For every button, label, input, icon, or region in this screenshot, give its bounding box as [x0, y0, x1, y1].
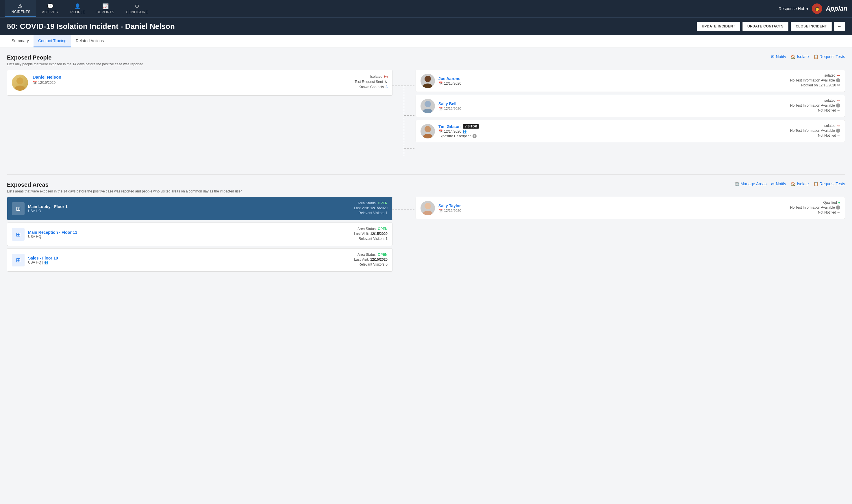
main-reception-info: Main Reception - Floor 11 USA HQ [28, 230, 350, 239]
info-icon-sally-b: i [836, 104, 840, 108]
test-request-stat: Test Request Sent ↻ [336, 80, 387, 84]
sally-bell-date: 📅 12/15/2020 [438, 107, 787, 111]
update-contacts-button[interactable]: UPDATE CONTACTS [742, 22, 788, 31]
bed-icon-sally-b: 🛏 [837, 98, 840, 103]
main-reception-status: Area Status: OPEN [354, 227, 387, 231]
main-reception-name: Main Reception - Floor 11 [28, 230, 350, 235]
sally-taylor-stats: Qualified ● No Test Information Availabl… [790, 201, 840, 215]
svg-point-7 [424, 76, 431, 82]
main-reception-visitors: Relevant Visitors 1 [354, 237, 387, 241]
response-hub-button[interactable]: Response Hub ▾ [779, 6, 809, 11]
svg-point-9 [424, 101, 431, 107]
exposed-areas-section: Exposed Areas Lists areas that were expo… [7, 181, 845, 274]
tim-notified: Not Notified ··· [790, 133, 840, 138]
building-icon: 🏢 [735, 181, 739, 186]
sally-taylor-name[interactable]: Sally Taylor [438, 203, 787, 208]
floor-icon: ⊞ [16, 205, 21, 212]
main-lobby-sub: USA HQ [28, 209, 350, 213]
sally-b-test: No Test Information Available i [790, 104, 840, 108]
floor-icon-sales: ⊞ [16, 257, 21, 264]
tabs-bar: Summary Contact Tracing Related Actions [0, 35, 852, 48]
spinner-icon: ↻ [385, 80, 387, 84]
areas-row: ⊞ Main Lobby - Floor 1 USA HQ Area Statu… [7, 197, 845, 274]
house-icon: 🏠 [791, 54, 796, 59]
notify-people-link[interactable]: ✉ Notify [771, 54, 786, 59]
nav-item-activity[interactable]: 💬 ACTIVITY [36, 0, 65, 17]
sales-floor-sub: USA HQ | 👥 [28, 260, 350, 265]
svg-point-1 [15, 86, 25, 91]
nav-item-configure[interactable]: ⚙ CONFIGURE [120, 0, 154, 17]
svg-point-11 [424, 126, 431, 132]
clipboard-icon: 📋 [814, 54, 818, 59]
calendar-icon: 📅 [33, 80, 37, 85]
sally-b-notified: Not Notified ··· [790, 108, 840, 112]
people-icon: 👤 [74, 3, 81, 10]
joe-aarons-name[interactable]: Joe Aarons [438, 76, 787, 81]
joe-test: No Test Information Available i [790, 78, 840, 83]
calendar-icon-joe: 📅 [438, 82, 443, 86]
sally-t-qualified: Qualified ● [790, 201, 840, 204]
svg-point-12 [423, 134, 432, 139]
sally-taylor-date: 📅 12/15/2020 [438, 209, 787, 213]
main-reception-card[interactable]: ⊞ Main Reception - Floor 11 USA HQ Area … [7, 222, 393, 246]
page-title: 50: COVID-19 Isolation Incident - Daniel… [7, 22, 175, 31]
joe-aarons-date: 📅 12/15/2020 [438, 82, 787, 86]
sally-taylor-avatar [420, 201, 435, 215]
main-reception-last-visit: Last Visit: 12/15/2020 [354, 232, 387, 236]
svg-point-8 [423, 84, 432, 88]
top-navigation: ⚠ INCIDENTS 💬 ACTIVITY 👤 PEOPLE 📈 REPORT… [0, 0, 852, 17]
main-lobby-visitors: Relevant Visitors 1 [354, 211, 387, 215]
appian-logo: Appian [826, 5, 847, 13]
manage-areas-link[interactable]: 🏢 Manage Areas [735, 181, 766, 186]
exposed-areas-subtitle: Lists areas that were exposed in the 14 … [7, 189, 242, 193]
group-icon-tim: 👥 [463, 129, 467, 133]
sally-bell-avatar [420, 99, 435, 113]
main-reception-icon: ⊞ [12, 228, 24, 241]
svg-point-10 [423, 109, 432, 113]
tim-gibson-name[interactable]: Tim Gibson [438, 124, 461, 129]
nav-item-reports[interactable]: 📈 REPORTS [91, 0, 120, 17]
isolate-areas-link[interactable]: 🏠 Isolate [791, 181, 809, 186]
tim-test: No Test Information Available i [790, 129, 840, 133]
tim-gibson-stats: Isolated 🛏 No Test Information Available… [790, 124, 840, 139]
isolate-people-link[interactable]: 🏠 Isolate [791, 54, 809, 59]
tab-contact-tracing[interactable]: Contact Tracing [34, 35, 71, 48]
sally-bell-name[interactable]: Sally Bell [438, 102, 787, 106]
request-tests-people-link[interactable]: 📋 Request Tests [814, 54, 845, 59]
envelope-icon: ✉ [771, 54, 775, 59]
tab-related-actions[interactable]: Related Actions [71, 35, 108, 48]
envelope-icon-joe: ✉ [837, 83, 840, 87]
visitor-badge: VISITOR [463, 124, 479, 129]
close-incident-button[interactable]: CLOSE INCIDENT [791, 22, 832, 31]
nav-label-people: PEOPLE [70, 10, 85, 14]
sally-bell-stats: Isolated 🛏 No Test Information Available… [790, 98, 840, 113]
main-reception-stats: Area Status: OPEN Last Visit: 12/15/2020… [354, 227, 387, 241]
update-incident-button[interactable]: UPDATE INCIDENT [697, 22, 740, 31]
header-actions: UPDATE INCIDENT UPDATE CONTACTS CLOSE IN… [697, 22, 845, 31]
area-person-column: Sally Taylor 📅 12/15/2020 Qualified ● No… [416, 197, 845, 219]
exposed-people-title: Exposed People [7, 54, 143, 61]
nav-item-incidents[interactable]: ⚠ INCIDENTS [5, 0, 36, 17]
joe-isolated: Isolated 🛏 [790, 73, 840, 77]
svg-point-0 [17, 77, 23, 84]
dots-icon-tim: ··· [837, 133, 840, 138]
calendar-icon-tim: 📅 [438, 129, 443, 133]
user-avatar[interactable]: 👩 [812, 3, 822, 14]
sales-floor-icon: ⊞ [12, 254, 24, 267]
sales-floor-card[interactable]: ⊞ Sales - Floor 10 USA HQ | 👥 Area Statu… [7, 248, 393, 272]
sales-last-visit: Last Visit: 12/15/2020 [354, 257, 387, 262]
more-actions-button[interactable]: ··· [834, 22, 845, 31]
notify-areas-link[interactable]: ✉ Notify [771, 181, 786, 186]
areas-column: ⊞ Main Lobby - Floor 1 USA HQ Area Statu… [7, 197, 393, 274]
nav-item-people[interactable]: 👤 PEOPLE [65, 0, 91, 17]
areas-connector [393, 197, 416, 229]
nav-label-reports: REPORTS [96, 10, 114, 14]
daniel-nelson-name[interactable]: Daniel Nelson [33, 75, 331, 79]
house-icon-areas: 🏠 [791, 181, 796, 186]
bed-icon-joe: 🛏 [837, 73, 840, 77]
joe-aarons-stats: Isolated 🛏 No Test Information Available… [790, 73, 840, 88]
request-tests-areas-link[interactable]: 📋 Request Tests [814, 181, 845, 186]
tab-summary[interactable]: Summary [7, 35, 34, 48]
main-lobby-card[interactable]: ⊞ Main Lobby - Floor 1 USA HQ Area Statu… [7, 197, 393, 220]
main-lobby-info: Main Lobby - Floor 1 USA HQ [28, 204, 350, 213]
